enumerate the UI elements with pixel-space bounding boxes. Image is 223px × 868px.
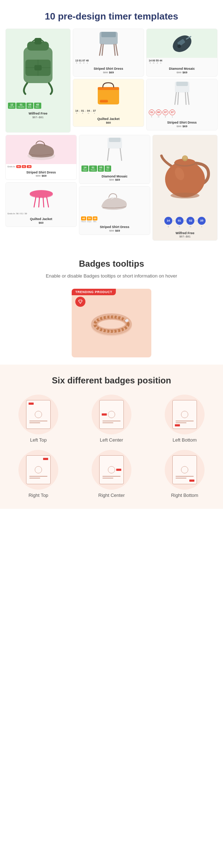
product-lines-lb: [176, 421, 194, 424]
svg-line-11: [102, 44, 103, 55]
position-circle-left-top: [18, 395, 58, 434]
product-circle-icon-lc: [108, 411, 115, 418]
product-card-table[interactable]: Ends In: 56 / 01 / 39 Quilted Jacket $60: [5, 182, 77, 227]
badge-indicator-left-center: [102, 413, 107, 416]
svg-line-30: [47, 197, 49, 207]
product-circle-icon-lt: [35, 411, 42, 418]
product-name-chair1: Striped Shirt Dress: [75, 67, 142, 71]
product-card-drill[interactable]: 14h 00m 55d 44s Diamond Mosaic $88$69: [146, 29, 218, 77]
chair-svg: [94, 30, 123, 57]
badge-demo-card: TRENDING PRODUCT: [72, 289, 151, 357]
product-info-chair1: Striped Shirt Dress $88$69: [73, 65, 144, 76]
product-card-chair1[interactable]: 13h 01m 07d 40s Striped Shirt Dress $88$…: [73, 29, 144, 77]
product-info-chair3: Diamond Mosaic $88$69: [79, 173, 150, 184]
product-info-bag: Quilted Jacket $60: [73, 116, 144, 126]
product-info-shoes: Striped Shirt Dress $88$69: [6, 169, 76, 180]
svg-rect-8: [101, 32, 116, 37]
bag-yellow-svg: [95, 80, 122, 107]
product-image-teapot: [153, 135, 217, 215]
badges-tooltips-section: Badges tooltips Enable or disable Badges…: [0, 248, 223, 365]
product-card-chair3[interactable]: 14Days 01Hours 05Min. 52Sec. Diamond Mos…: [79, 135, 150, 184]
line1-rt: [29, 476, 47, 477]
product-card-teapot[interactable]: 14d · 01h · 02m · 35s Wilfred Free $67–$…: [152, 135, 218, 241]
middle-col-bottom: 14Days 01Hours 05Min. 52Sec. Diamond Mos…: [79, 135, 150, 235]
product-price-drill: $88$69: [149, 71, 215, 74]
product-card-shoes[interactable]: Ends In: 56 01 39 Striped Shirt Dress $8…: [5, 135, 77, 180]
svg-rect-21: [176, 82, 188, 86]
badge-indicator-left-bottom: [175, 424, 180, 426]
badge-positions-section: Six different badges position Left Top: [0, 365, 223, 509]
product-info-table: Quilted Jacket $60: [6, 216, 76, 227]
timer-hours-unit: 01HOURS: [16, 103, 26, 109]
timer-inline-chair1: 13h 01m 07d 40s: [73, 58, 144, 65]
svg-rect-34: [109, 138, 121, 142]
product-image-bag: [73, 79, 144, 108]
section2-description: Enable or disable Badges tooltips or sho…: [5, 272, 218, 280]
product-card-backpack[interactable]: 12DAYS 01HOURS 05MIN. 45SEC. Wilfred Fre…: [5, 29, 71, 133]
product-price-bag: $60: [75, 121, 142, 124]
product-circle-icon-lb: [181, 411, 188, 418]
svg-point-28: [30, 190, 53, 197]
top-grid: 12DAYS 01HOURS 05MIN. 45SEC. Wilfred Fre…: [5, 29, 218, 133]
product-info-backpack: Wilfred Free $67–$81: [6, 110, 70, 121]
jewelry-ring-svg: [86, 296, 137, 347]
line2-lc: [102, 422, 113, 423]
timer-green-blocks: 12DAYS 01HOURS 05MIN. 45SEC.: [6, 101, 70, 110]
svg-line-32: [43, 197, 44, 207]
product-lines-lt: [29, 421, 47, 424]
position-item-left-top: Left Top: [5, 395, 71, 443]
position-item-right-bottom: Right Bottom: [152, 450, 218, 498]
product-price-shoes: $88$69: [8, 174, 74, 177]
svg-rect-14: [98, 87, 119, 90]
product-card-chair2[interactable]: 31h 00m 37d 37s Striped Shirt Dress $88$…: [146, 79, 218, 130]
product-card-bag-yellow[interactable]: 14h e 01d e 04m e 37s Quilted Jacket $60: [73, 79, 144, 127]
position-box-left-bottom: [172, 400, 197, 429]
timer-countdown-shoes: Ends In: 56 01 39: [6, 164, 76, 169]
svg-line-10: [116, 44, 118, 55]
product-name-chair3: Diamond Mosaic: [81, 175, 148, 179]
shoes-svg: [25, 136, 58, 163]
timer-inline-drill: 14h 00m 55d 44s: [147, 58, 217, 65]
line2-rb: [176, 478, 186, 478]
svg-line-25: [185, 93, 186, 104]
product-lines-lc: [102, 421, 121, 424]
product-name-bag: Quilted Jacket: [75, 117, 142, 121]
timer-orange: 46Hours 59Days 06Min.: [79, 215, 150, 224]
position-label-right-center: Right Center: [98, 493, 125, 498]
product-circle-icon-rb: [181, 466, 188, 473]
trending-badge-label: TRENDING PRODUCT: [72, 289, 116, 295]
position-item-left-bottom: Left Bottom: [152, 395, 218, 443]
line2-lb: [176, 422, 186, 423]
product-price-sneakers: $88$69: [81, 229, 148, 232]
timer-inline-bag: 14h e 01d e 04m e 37s: [73, 108, 144, 116]
right-col-top: 14h 00m 55d 44s Diamond Mosaic $88$69: [146, 29, 218, 130]
timer-min-unit: 05MIN.: [26, 103, 33, 109]
product-name-drill: Diamond Mosaic: [149, 67, 215, 71]
badge-indicator-right-bottom: [189, 480, 194, 482]
line2-rc: [102, 478, 113, 478]
position-item-left-center: Left Center: [79, 395, 144, 443]
svg-point-19: [177, 44, 181, 48]
diamond-icon: [75, 297, 85, 307]
position-box-left-top: [26, 400, 51, 429]
position-circle-right-center: [92, 450, 131, 490]
position-box-left-center: [99, 400, 124, 429]
diamond-svg: [78, 299, 83, 304]
product-price-chair3: $88$69: [81, 178, 148, 181]
position-label-left-center: Left Center: [100, 437, 123, 443]
product-name-teapot: Wilfred Free: [155, 231, 215, 235]
product-name-shoes: Striped Shirt Dress: [8, 171, 74, 175]
product-info-drill: Diamond Mosaic $88$69: [147, 65, 217, 76]
svg-line-22: [175, 93, 176, 104]
product-lines-rb: [176, 476, 194, 480]
timer-templates-section: 10 pre-design timer templates: [0, 0, 223, 248]
position-item-right-top: Right Top: [5, 450, 71, 498]
product-price-chair1: $88$69: [75, 71, 142, 74]
position-box-right-bottom: [172, 455, 197, 484]
section2-title: Badges tooltips: [5, 259, 218, 269]
product-price-chair2: $88$69: [149, 125, 215, 128]
product-card-sneakers[interactable]: 46Hours 59Days 06Min. Striped Shirt Dres…: [79, 186, 150, 235]
position-circle-right-top: [18, 450, 58, 490]
svg-line-35: [108, 149, 109, 160]
product-lines-rt: [29, 476, 47, 480]
